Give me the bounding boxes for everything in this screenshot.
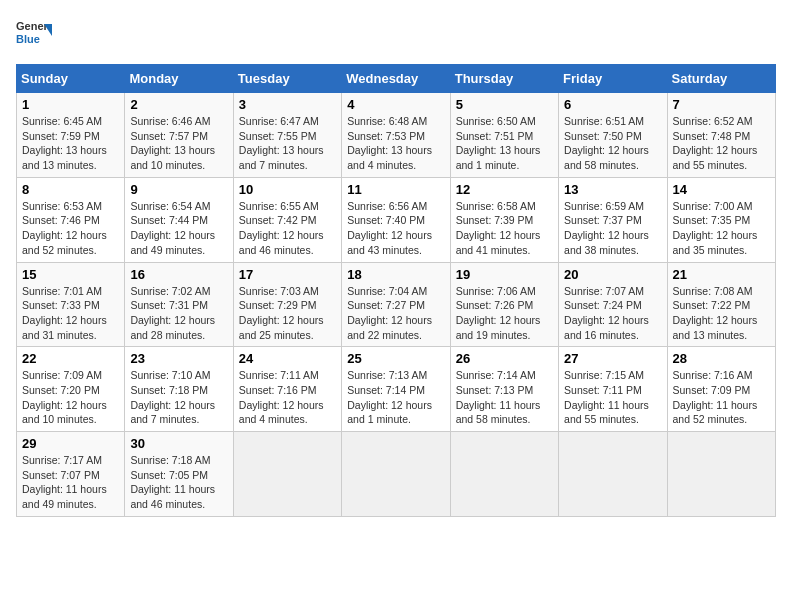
col-header-wednesday: Wednesday: [342, 65, 450, 93]
calendar-cell: 13Sunrise: 6:59 AMSunset: 7:37 PMDayligh…: [559, 177, 667, 262]
calendar-cell: 25Sunrise: 7:13 AMSunset: 7:14 PMDayligh…: [342, 347, 450, 432]
day-number: 8: [22, 182, 119, 197]
day-info: Sunrise: 6:48 AMSunset: 7:53 PMDaylight:…: [347, 114, 444, 173]
day-info: Sunrise: 7:04 AMSunset: 7:27 PMDaylight:…: [347, 284, 444, 343]
col-header-thursday: Thursday: [450, 65, 558, 93]
day-number: 13: [564, 182, 661, 197]
calendar-cell: 5Sunrise: 6:50 AMSunset: 7:51 PMDaylight…: [450, 93, 558, 178]
day-info: Sunrise: 6:45 AMSunset: 7:59 PMDaylight:…: [22, 114, 119, 173]
calendar-cell: 27Sunrise: 7:15 AMSunset: 7:11 PMDayligh…: [559, 347, 667, 432]
day-info: Sunrise: 6:55 AMSunset: 7:42 PMDaylight:…: [239, 199, 336, 258]
calendar-header-row: SundayMondayTuesdayWednesdayThursdayFrid…: [17, 65, 776, 93]
day-number: 28: [673, 351, 770, 366]
day-number: 9: [130, 182, 227, 197]
calendar-cell: 11Sunrise: 6:56 AMSunset: 7:40 PMDayligh…: [342, 177, 450, 262]
day-number: 16: [130, 267, 227, 282]
calendar-cell: [233, 432, 341, 517]
page-header: General Blue: [16, 16, 776, 52]
calendar-cell: 21Sunrise: 7:08 AMSunset: 7:22 PMDayligh…: [667, 262, 775, 347]
calendar-cell: 14Sunrise: 7:00 AMSunset: 7:35 PMDayligh…: [667, 177, 775, 262]
calendar-cell: 1Sunrise: 6:45 AMSunset: 7:59 PMDaylight…: [17, 93, 125, 178]
calendar-cell: 12Sunrise: 6:58 AMSunset: 7:39 PMDayligh…: [450, 177, 558, 262]
calendar-cell: 17Sunrise: 7:03 AMSunset: 7:29 PMDayligh…: [233, 262, 341, 347]
calendar-cell: 29Sunrise: 7:17 AMSunset: 7:07 PMDayligh…: [17, 432, 125, 517]
calendar-cell: 3Sunrise: 6:47 AMSunset: 7:55 PMDaylight…: [233, 93, 341, 178]
calendar-cell: 16Sunrise: 7:02 AMSunset: 7:31 PMDayligh…: [125, 262, 233, 347]
calendar-cell: [450, 432, 558, 517]
calendar-cell: 28Sunrise: 7:16 AMSunset: 7:09 PMDayligh…: [667, 347, 775, 432]
day-number: 1: [22, 97, 119, 112]
svg-text:Blue: Blue: [16, 33, 40, 45]
day-number: 17: [239, 267, 336, 282]
day-info: Sunrise: 7:18 AMSunset: 7:05 PMDaylight:…: [130, 453, 227, 512]
day-number: 25: [347, 351, 444, 366]
day-number: 14: [673, 182, 770, 197]
calendar-week-3: 15Sunrise: 7:01 AMSunset: 7:33 PMDayligh…: [17, 262, 776, 347]
day-number: 29: [22, 436, 119, 451]
calendar-cell: 19Sunrise: 7:06 AMSunset: 7:26 PMDayligh…: [450, 262, 558, 347]
logo: General Blue: [16, 16, 52, 52]
day-info: Sunrise: 6:58 AMSunset: 7:39 PMDaylight:…: [456, 199, 553, 258]
day-info: Sunrise: 6:51 AMSunset: 7:50 PMDaylight:…: [564, 114, 661, 173]
calendar-cell: 18Sunrise: 7:04 AMSunset: 7:27 PMDayligh…: [342, 262, 450, 347]
day-info: Sunrise: 7:06 AMSunset: 7:26 PMDaylight:…: [456, 284, 553, 343]
logo-icon: General Blue: [16, 16, 52, 52]
day-info: Sunrise: 7:10 AMSunset: 7:18 PMDaylight:…: [130, 368, 227, 427]
day-info: Sunrise: 7:02 AMSunset: 7:31 PMDaylight:…: [130, 284, 227, 343]
day-number: 5: [456, 97, 553, 112]
col-header-saturday: Saturday: [667, 65, 775, 93]
day-info: Sunrise: 6:56 AMSunset: 7:40 PMDaylight:…: [347, 199, 444, 258]
col-header-monday: Monday: [125, 65, 233, 93]
day-number: 18: [347, 267, 444, 282]
day-info: Sunrise: 6:59 AMSunset: 7:37 PMDaylight:…: [564, 199, 661, 258]
day-number: 20: [564, 267, 661, 282]
day-info: Sunrise: 6:53 AMSunset: 7:46 PMDaylight:…: [22, 199, 119, 258]
day-number: 30: [130, 436, 227, 451]
day-info: Sunrise: 7:07 AMSunset: 7:24 PMDaylight:…: [564, 284, 661, 343]
day-info: Sunrise: 7:08 AMSunset: 7:22 PMDaylight:…: [673, 284, 770, 343]
calendar-cell: 10Sunrise: 6:55 AMSunset: 7:42 PMDayligh…: [233, 177, 341, 262]
day-number: 7: [673, 97, 770, 112]
day-info: Sunrise: 6:46 AMSunset: 7:57 PMDaylight:…: [130, 114, 227, 173]
col-header-friday: Friday: [559, 65, 667, 93]
col-header-tuesday: Tuesday: [233, 65, 341, 93]
day-number: 23: [130, 351, 227, 366]
calendar-cell: 30Sunrise: 7:18 AMSunset: 7:05 PMDayligh…: [125, 432, 233, 517]
day-number: 27: [564, 351, 661, 366]
calendar-cell: [667, 432, 775, 517]
day-info: Sunrise: 7:16 AMSunset: 7:09 PMDaylight:…: [673, 368, 770, 427]
day-info: Sunrise: 6:52 AMSunset: 7:48 PMDaylight:…: [673, 114, 770, 173]
calendar-cell: 6Sunrise: 6:51 AMSunset: 7:50 PMDaylight…: [559, 93, 667, 178]
day-number: 6: [564, 97, 661, 112]
day-info: Sunrise: 7:11 AMSunset: 7:16 PMDaylight:…: [239, 368, 336, 427]
calendar-week-4: 22Sunrise: 7:09 AMSunset: 7:20 PMDayligh…: [17, 347, 776, 432]
col-header-sunday: Sunday: [17, 65, 125, 93]
day-number: 19: [456, 267, 553, 282]
day-number: 4: [347, 97, 444, 112]
day-number: 11: [347, 182, 444, 197]
day-info: Sunrise: 7:17 AMSunset: 7:07 PMDaylight:…: [22, 453, 119, 512]
calendar-week-5: 29Sunrise: 7:17 AMSunset: 7:07 PMDayligh…: [17, 432, 776, 517]
calendar-cell: 23Sunrise: 7:10 AMSunset: 7:18 PMDayligh…: [125, 347, 233, 432]
day-number: 15: [22, 267, 119, 282]
calendar-body: 1Sunrise: 6:45 AMSunset: 7:59 PMDaylight…: [17, 93, 776, 517]
calendar-cell: 2Sunrise: 6:46 AMSunset: 7:57 PMDaylight…: [125, 93, 233, 178]
calendar-cell: 20Sunrise: 7:07 AMSunset: 7:24 PMDayligh…: [559, 262, 667, 347]
calendar-cell: 24Sunrise: 7:11 AMSunset: 7:16 PMDayligh…: [233, 347, 341, 432]
day-number: 21: [673, 267, 770, 282]
day-number: 22: [22, 351, 119, 366]
calendar-cell: 4Sunrise: 6:48 AMSunset: 7:53 PMDaylight…: [342, 93, 450, 178]
day-number: 10: [239, 182, 336, 197]
day-info: Sunrise: 7:15 AMSunset: 7:11 PMDaylight:…: [564, 368, 661, 427]
day-number: 26: [456, 351, 553, 366]
day-info: Sunrise: 6:47 AMSunset: 7:55 PMDaylight:…: [239, 114, 336, 173]
calendar-week-2: 8Sunrise: 6:53 AMSunset: 7:46 PMDaylight…: [17, 177, 776, 262]
day-number: 12: [456, 182, 553, 197]
day-info: Sunrise: 7:03 AMSunset: 7:29 PMDaylight:…: [239, 284, 336, 343]
calendar-week-1: 1Sunrise: 6:45 AMSunset: 7:59 PMDaylight…: [17, 93, 776, 178]
calendar-cell: 22Sunrise: 7:09 AMSunset: 7:20 PMDayligh…: [17, 347, 125, 432]
day-info: Sunrise: 6:54 AMSunset: 7:44 PMDaylight:…: [130, 199, 227, 258]
calendar-cell: 8Sunrise: 6:53 AMSunset: 7:46 PMDaylight…: [17, 177, 125, 262]
day-number: 3: [239, 97, 336, 112]
day-info: Sunrise: 7:09 AMSunset: 7:20 PMDaylight:…: [22, 368, 119, 427]
